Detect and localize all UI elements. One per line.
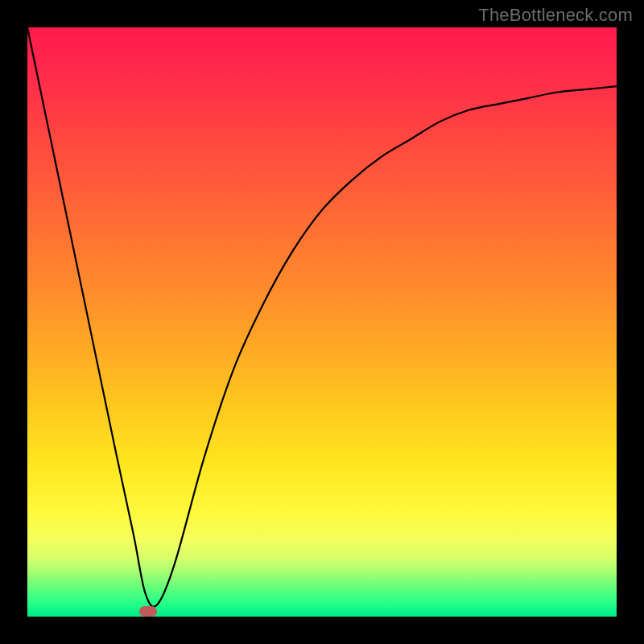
watermark-text: TheBottleneck.com xyxy=(478,5,633,26)
optimal-marker xyxy=(139,606,157,617)
bottleneck-curve xyxy=(27,27,617,617)
chart-frame: TheBottleneck.com xyxy=(0,0,644,644)
plot-area xyxy=(27,27,617,617)
